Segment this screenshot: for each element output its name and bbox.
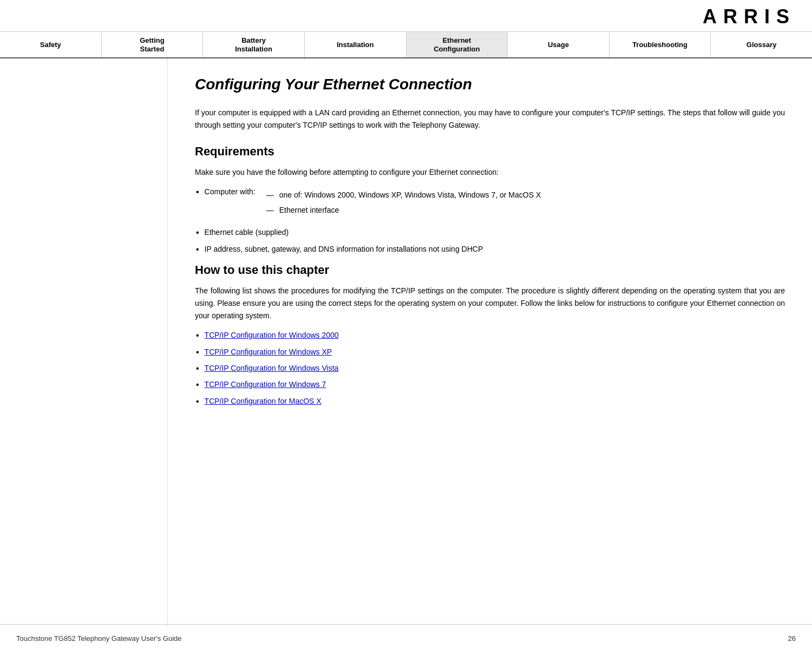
nav-safety[interactable]: Safety [0,32,102,57]
sub-list-item: one of: Windows 2000, Windows XP, Window… [266,189,541,201]
list-item: TCP/IP Configuration for Windows 2000 [195,330,785,342]
requirements-intro: Make sure you have the following before … [195,166,785,179]
page-footer: Touchstone TG852 Telephony Gateway User'… [0,624,812,649]
list-item: TCP/IP Configuration for MacOS X [195,396,785,408]
link-win7[interactable]: TCP/IP Configuration for Windows 7 [205,379,326,391]
sub-item-text: Ethernet interface [279,205,339,217]
list-item-text: IP address, subnet, gateway, and DNS inf… [205,244,483,255]
page-header: ARRIS [0,0,812,32]
nav-getting-started[interactable]: Getting Started [102,32,204,57]
list-item: TCP/IP Configuration for Windows XP [195,346,785,358]
list-item-text: Ethernet cable (supplied) [205,227,289,239]
link-winxp[interactable]: TCP/IP Configuration for Windows XP [205,346,332,358]
nav-battery-installation[interactable]: Battery Installation [203,32,305,57]
list-item: Computer with: one of: Windows 2000, Win… [195,186,785,222]
nav-troubleshooting[interactable]: Troubleshooting [610,32,711,57]
main-layout: Configuring Your Ethernet Connection If … [0,58,812,627]
nav-glossary[interactable]: Glossary [711,32,812,57]
main-content: Configuring Your Ethernet Connection If … [168,58,812,627]
page-number: 26 [788,634,796,643]
sidebar [0,58,168,627]
list-item: TCP/IP Configuration for Windows 7 [195,379,785,391]
page-title: Configuring Your Ethernet Connection [195,75,785,94]
list-item: TCP/IP Configuration for Windows Vista [195,363,785,375]
requirements-list: Computer with: one of: Windows 2000, Win… [195,186,785,255]
requirements-heading: Requirements [195,145,785,159]
sub-item-text: one of: Windows 2000, Windows XP, Window… [279,189,541,201]
sub-requirements-list: one of: Windows 2000, Windows XP, Window… [266,189,541,219]
intro-paragraph: If your computer is equipped with a LAN … [195,107,785,132]
sub-list-item: Ethernet interface [266,205,541,217]
list-item: IP address, subnet, gateway, and DNS inf… [195,244,785,255]
link-macosx[interactable]: TCP/IP Configuration for MacOS X [205,396,322,408]
how-to-use-heading: How to use this chapter [195,263,785,277]
links-list: TCP/IP Configuration for Windows 2000 TC… [195,330,785,408]
nav-usage[interactable]: Usage [508,32,610,57]
nav-ethernet-configuration[interactable]: Ethernet Configuration [407,32,508,57]
arris-logo: ARRIS [703,5,796,28]
link-winvista[interactable]: TCP/IP Configuration for Windows Vista [205,363,339,375]
list-item-text: Computer with: [205,186,256,198]
navigation-bar: Safety Getting Started Battery Installat… [0,32,812,58]
list-item: Ethernet cable (supplied) [195,227,785,239]
how-to-use-body: The following list shows the procedures … [195,285,785,322]
link-win2000[interactable]: TCP/IP Configuration for Windows 2000 [205,330,339,342]
nav-installation[interactable]: Installation [305,32,407,57]
footer-left-text: Touchstone TG852 Telephony Gateway User'… [16,634,182,643]
